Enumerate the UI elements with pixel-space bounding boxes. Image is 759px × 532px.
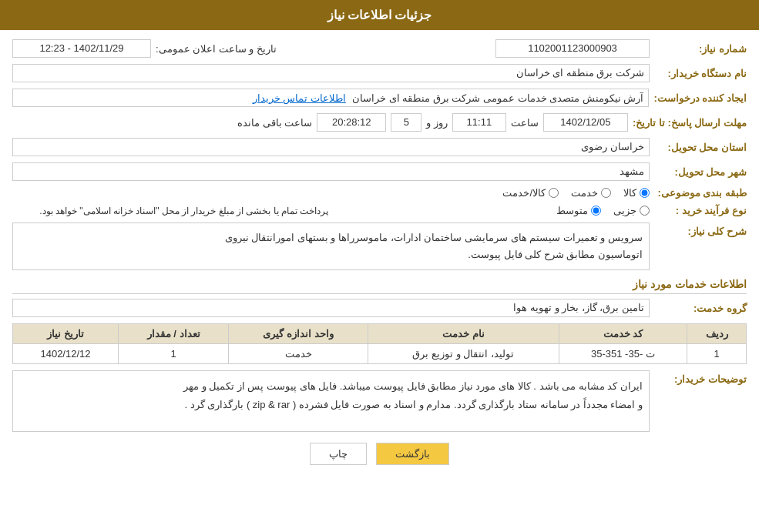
services-table: ردیف کد خدمت نام خدمت واحد اندازه گیری ت… [12,323,747,364]
cell-name: تولید، انتقال و توزیع برق [368,344,559,364]
response-remaining: 20:28:12 [317,113,386,132]
col-unit: واحد اندازه گیری [229,324,368,344]
response-time-label: ساعت [511,117,539,129]
cell-qty: 1 [119,344,229,364]
response-date: 1402/12/05 [543,113,628,132]
col-code: کد خدمت [559,324,687,344]
page-title: جزئیات اطلاعات نیاز [327,8,432,22]
creator-value: آرش نیکومنش متصدی خدمات عمومی شرکت برق م… [352,92,644,104]
need-number-label: شماره نیاز: [654,43,747,55]
response-time: 11:11 [452,113,506,132]
purchase-type-note: پرداخت تمام یا بخشی از مبلغ خریدار از مح… [12,206,329,216]
announce-datetime-value: 1402/11/29 - 12:23 [12,39,151,58]
notes-label: توضیحات خریدار: [654,370,747,385]
description-box: سرویس و تعمیرات سیستم های سرمایشی ساختما… [12,223,650,270]
back-button[interactable]: بازگشت [376,443,449,465]
response-deadline-label: مهلت ارسال پاسخ: تا تاریخ: [633,117,747,129]
print-button[interactable]: چاپ [310,443,367,465]
city-label: شهر محل تحویل: [654,166,747,178]
page-header: جزئیات اطلاعات نیاز [0,0,759,30]
need-number-value: 1102001123000903 [495,39,650,58]
response-remaining-label: ساعت باقی مانده [237,117,312,129]
cell-code: ت -35- 351-35 [559,344,687,364]
purchase-type-label: نوع فرآیند خرید : [654,205,747,216]
cell-unit: خدمت [229,344,368,364]
purchase-type-options: جزیی متوسط [334,205,650,216]
description-line2: اتوماسیون مطابق شرح کلی فایل پیوست. [19,246,643,263]
province-label: استان محل تحویل: [654,142,747,153]
creator-label: ایجاد کننده درخواست: [653,92,747,104]
services-section-title: اطلاعات خدمات مورد نیاز [12,278,747,294]
table-row: 1 ت -35- 351-35 تولید، انتقال و توزیع بر… [13,344,747,364]
description-line1: سرویس و تعمیرات سیستم های سرمایشی ساختما… [19,229,643,246]
cell-date: 1402/12/12 [13,344,119,364]
category-option-kala[interactable]: کالا [623,187,650,199]
category-label: طبقه بندی موضوعی: [654,187,747,199]
col-date: تاریخ نیاز [13,324,119,344]
col-name: نام خدمت [368,324,559,344]
description-title: شرح کلی نیاز: [654,223,747,237]
purchase-type-mottavasset[interactable]: متوسط [556,205,601,216]
col-qty: تعداد / مقدار [119,324,229,344]
category-option-khedmat[interactable]: خدمت [571,187,611,199]
province-value: خراسان رضوی [12,138,650,156]
requester-org-value: شرکت برق منطقه ای خراسان [12,64,650,82]
requester-org-label: نام دستگاه خریدار: [654,68,747,79]
purchase-type-jozii[interactable]: جزیی [613,205,650,216]
announce-datetime-label: تاریخ و ساعت اعلان عمومی: [156,43,277,55]
city-value: مشهد [12,162,650,181]
service-group-value: تامین برق، گاز، بخار و تهویه هوا [12,299,650,317]
response-days: 5 [391,113,421,132]
buttons-row: بازگشت چاپ [12,443,747,465]
creator-contact-link[interactable]: اطلاعات تماس خریدار [253,92,346,104]
response-days-label: روز و [426,117,448,129]
category-options: کالا خدمت کالا/خدمت [12,187,650,199]
service-group-label: گروه خدمت: [654,303,747,314]
notes-box: ایران کد مشابه می باشد . کالا های مورد ن… [12,370,650,432]
notes-line2: و امضاء مجدداً در سامانه ستاد بارگذاری گ… [19,396,643,413]
col-row-num: ردیف [687,324,747,344]
category-option-kala-khedmat[interactable]: کالا/خدمت [502,187,559,199]
notes-line1: ایران کد مشابه می باشد . کالا های مورد ن… [19,377,643,395]
cell-row-num: 1 [687,344,747,364]
